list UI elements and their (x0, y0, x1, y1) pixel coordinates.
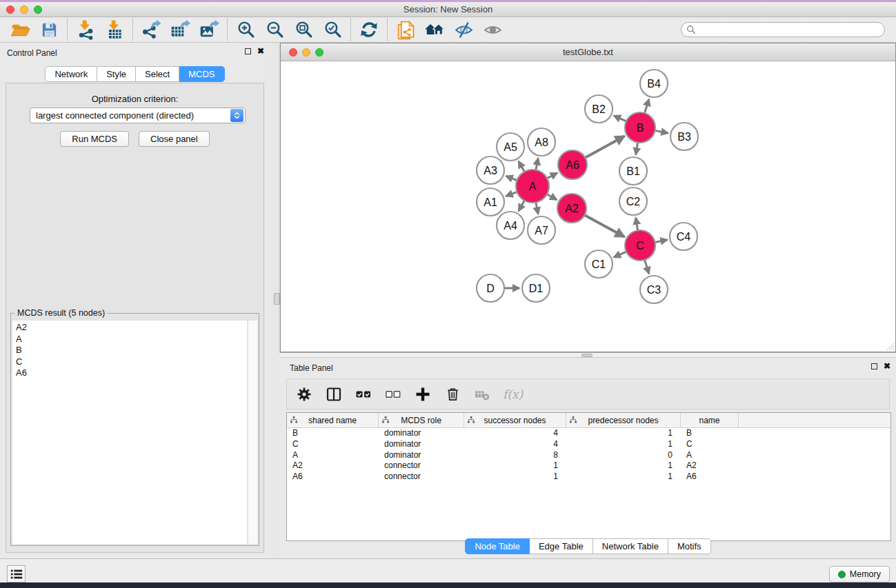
import-table-icon[interactable] (100, 18, 129, 41)
horizontal-split-handle[interactable] (581, 354, 593, 357)
window-resize-grip[interactable] (885, 341, 895, 351)
graph-node-label-B: B (637, 122, 644, 134)
run-mcds-button[interactable]: Run MCDS (60, 131, 129, 147)
delete-table-icon[interactable] (473, 385, 491, 403)
table-row[interactable]: Bdominator41B (287, 428, 890, 439)
table-panel-title: Table Panel (290, 363, 333, 373)
table-row[interactable]: Cdominator41C (287, 439, 890, 450)
table-row[interactable]: A2connector11A2 (287, 460, 890, 472)
minimize-window-button[interactable] (20, 6, 28, 14)
column-header-successor-nodes[interactable]: successor nodes (464, 413, 566, 427)
tab-network-table[interactable]: Network Table (593, 538, 668, 554)
tab-mcds[interactable]: MCDS (179, 66, 224, 82)
close-table-panel-icon[interactable]: ✖ (884, 363, 890, 369)
graph-node-label-A2: A2 (565, 203, 579, 214)
network-close-button[interactable] (289, 48, 297, 57)
open-folder-icon[interactable] (6, 18, 34, 41)
export-image-icon[interactable] (195, 18, 223, 41)
create-column-plus-icon[interactable] (414, 385, 432, 403)
memory-button[interactable]: Memory (829, 566, 890, 582)
graph-edge-C-C2[interactable] (636, 218, 638, 231)
cell-name: A (681, 450, 739, 461)
mcds-result-title: MCDS result (5 nodes) (14, 308, 108, 318)
close-panel-button[interactable]: Close panel (139, 131, 210, 147)
graph-node-label-B1: B1 (626, 165, 640, 177)
show-details-eye-icon[interactable] (478, 18, 507, 41)
table-settings-gear-icon[interactable] (295, 385, 313, 403)
column-header-predecessor-nodes[interactable]: predecessor nodes (566, 413, 681, 427)
new-network-from-file-icon[interactable] (391, 18, 420, 41)
toolbar-separator (132, 19, 133, 41)
show-columns-icon[interactable] (325, 385, 343, 403)
graph-node-label-C: C (636, 240, 644, 252)
close-panel-icon[interactable]: ✖ (257, 48, 264, 54)
zoom-window-button[interactable] (34, 6, 42, 14)
vertical-split-handle[interactable] (274, 293, 280, 305)
refresh-icon[interactable] (355, 18, 384, 41)
memory-status-dot (838, 571, 846, 578)
tab-network[interactable]: Network (45, 66, 97, 82)
tab-node-table[interactable]: Node Table (465, 538, 530, 554)
select-all-rows-icon[interactable] (355, 385, 372, 403)
zoom-selected-icon[interactable] (318, 18, 347, 41)
graph-edge-A-A3[interactable] (506, 176, 517, 180)
cell-mcds-role: connector (379, 472, 464, 483)
tab-select[interactable]: Select (136, 66, 179, 82)
cell-successor-nodes: 1 (464, 460, 566, 472)
graph-edge-A2-C[interactable] (584, 215, 624, 236)
memory-label: Memory (850, 569, 881, 579)
graph-edge-A6-B[interactable] (585, 136, 624, 158)
float-panel-icon[interactable] (245, 48, 251, 54)
result-scrollbar[interactable] (248, 321, 257, 544)
cell-predecessor-nodes: 1 (566, 460, 681, 472)
column-header-name[interactable]: name (681, 413, 739, 427)
horizontal-split-divider[interactable] (280, 352, 896, 358)
graph-edge-B-B3[interactable] (655, 130, 668, 133)
graph-edge-C-C1[interactable] (614, 252, 626, 257)
function-builder-icon[interactable]: f(x) (503, 387, 523, 401)
column-header-mcds-role[interactable]: MCDS role (379, 413, 464, 427)
cell-predecessor-nodes: 0 (566, 450, 681, 461)
deselect-all-rows-icon[interactable] (384, 385, 402, 403)
tab-edge-table[interactable]: Edge Table (530, 538, 593, 554)
panel-list-button[interactable] (7, 565, 26, 582)
table-row[interactable]: Adominator80A (287, 450, 890, 461)
graph-edge-A-A7[interactable] (536, 203, 538, 214)
home-icon[interactable] (420, 18, 449, 41)
criterion-dropdown[interactable]: largest connected component (directed) (30, 108, 246, 123)
delete-column-trash-icon[interactable] (444, 385, 461, 403)
zoom-out-icon[interactable] (260, 18, 289, 41)
tab-motifs[interactable]: Motifs (668, 538, 711, 554)
network-canvas[interactable]: AA1A2A3A4A5A6A7A8BB1B2B3B4CC1C2C3C4DD1 (281, 61, 895, 352)
network-minimize-button[interactable] (302, 48, 310, 57)
save-session-icon[interactable] (34, 18, 63, 41)
export-network-icon[interactable] (137, 18, 166, 41)
zoom-fit-icon[interactable] (289, 18, 318, 41)
graph-edge-A-A2[interactable] (547, 194, 557, 200)
close-window-button[interactable] (6, 6, 14, 14)
float-table-panel-icon[interactable] (871, 363, 877, 369)
graph-node-label-B3: B3 (677, 131, 691, 143)
column-header-shared-name[interactable]: shared name (287, 413, 379, 427)
graph-edge-B-B1[interactable] (636, 143, 638, 155)
cell-shared-name: A6 (287, 472, 379, 483)
zoom-in-icon[interactable] (231, 18, 260, 41)
table-row[interactable]: A6connector11A6 (287, 472, 890, 483)
graph-edge-B-B2[interactable] (614, 116, 626, 121)
graph-edge-A-A1[interactable] (506, 192, 517, 196)
search-input[interactable] (681, 22, 885, 37)
graph-edge-A-A8[interactable] (536, 159, 538, 170)
graph-edge-C-C4[interactable] (655, 240, 668, 243)
graph-edge-A-A5[interactable] (519, 161, 525, 172)
graph-edge-A-A6[interactable] (547, 173, 557, 179)
graph-edge-B-B4[interactable] (645, 99, 649, 113)
desktop-strip-bottom (0, 582, 896, 588)
graph-node-label-B4: B4 (647, 78, 661, 90)
graph-edge-A-A4[interactable] (519, 201, 525, 211)
hide-details-eye-slash-icon[interactable] (449, 18, 478, 41)
import-network-icon[interactable] (71, 18, 100, 41)
export-table-icon[interactable] (166, 18, 195, 41)
network-zoom-button[interactable] (315, 48, 323, 57)
tab-style[interactable]: Style (97, 66, 136, 82)
graph-edge-C-C3[interactable] (645, 260, 649, 274)
